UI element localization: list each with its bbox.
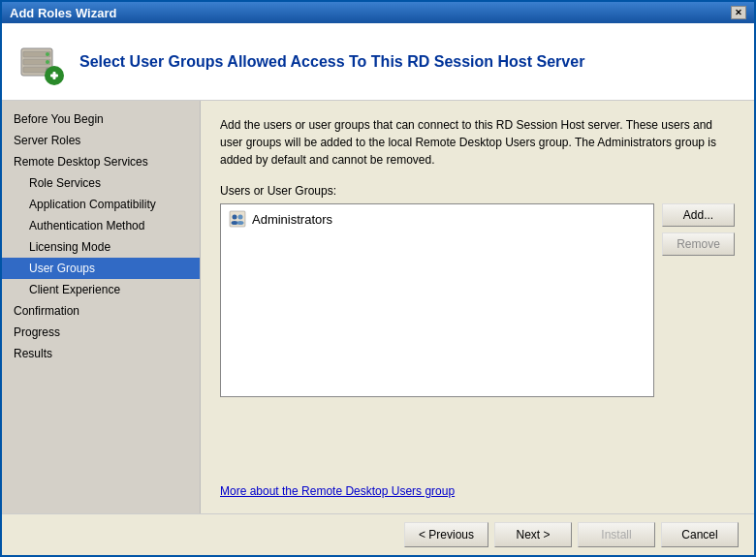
previous-button[interactable]: < Previous <box>404 522 488 547</box>
sidebar-item-progress[interactable]: Progress <box>2 322 200 343</box>
svg-point-12 <box>232 221 238 225</box>
sidebar-item-client-experience[interactable]: Client Experience <box>2 279 200 300</box>
sidebar-item-server-roles[interactable]: Server Roles <box>2 130 200 151</box>
next-button[interactable]: Next > <box>494 522 572 547</box>
main-area: Before You BeginServer RolesRemote Deskt… <box>2 101 754 513</box>
sidebar: Before You BeginServer RolesRemote Deskt… <box>2 101 201 513</box>
svg-point-4 <box>46 52 49 56</box>
window-title: Add Roles Wizard <box>10 6 116 20</box>
header-title: Select User Groups Allowed Access To Thi… <box>79 53 584 71</box>
sidebar-item-remote-desktop-services[interactable]: Remote Desktop Services <box>2 151 200 172</box>
sidebar-item-application-compatibility[interactable]: Application Compatibility <box>2 194 200 215</box>
listbox-item-label: Administrators <box>252 212 332 227</box>
sidebar-item-licensing-mode[interactable]: Licensing Mode <box>2 236 200 258</box>
footer: < Previous Next > Install Cancel <box>2 513 754 555</box>
sidebar-item-before-you-begin[interactable]: Before You Begin <box>2 108 200 130</box>
content-area: Add the users or user groups that can co… <box>201 101 754 513</box>
header-section: Select User Groups Allowed Access To Thi… <box>2 23 754 101</box>
sidebar-item-role-services[interactable]: Role Services <box>2 172 200 194</box>
sidebar-item-confirmation[interactable]: Confirmation <box>2 300 200 322</box>
svg-point-13 <box>238 215 243 220</box>
install-button[interactable]: Install <box>578 522 655 547</box>
close-button[interactable]: ✕ <box>731 6 746 19</box>
sidebar-item-user-groups[interactable]: User Groups <box>2 258 200 279</box>
list-item[interactable]: Administrators <box>225 208 649 230</box>
description-text: Add the users or user groups that can co… <box>220 116 735 169</box>
wizard-icon <box>17 39 64 85</box>
title-bar-buttons: ✕ <box>731 6 746 19</box>
panel-buttons: Add... Remove <box>662 203 735 397</box>
remove-button[interactable]: Remove <box>662 232 735 256</box>
users-panel: Administrators Add... Remove <box>220 203 735 397</box>
cancel-button[interactable]: Cancel <box>661 522 739 547</box>
users-listbox[interactable]: Administrators <box>220 203 654 397</box>
sidebar-item-results[interactable]: Results <box>2 343 200 364</box>
title-bar: Add Roles Wizard ✕ <box>2 2 754 23</box>
svg-point-5 <box>46 60 49 64</box>
add-button[interactable]: Add... <box>662 203 735 227</box>
svg-point-14 <box>237 221 244 225</box>
svg-point-11 <box>233 215 237 220</box>
users-label: Users or User Groups: <box>220 184 735 198</box>
add-roles-wizard-window: Add Roles Wizard ✕ Select User Groups <box>0 0 756 557</box>
svg-rect-10 <box>230 211 245 227</box>
svg-rect-9 <box>53 72 56 79</box>
more-about-link[interactable]: More about the Remote Desktop Users grou… <box>220 484 735 498</box>
sidebar-item-authentication-method[interactable]: Authentication Method <box>2 215 200 236</box>
